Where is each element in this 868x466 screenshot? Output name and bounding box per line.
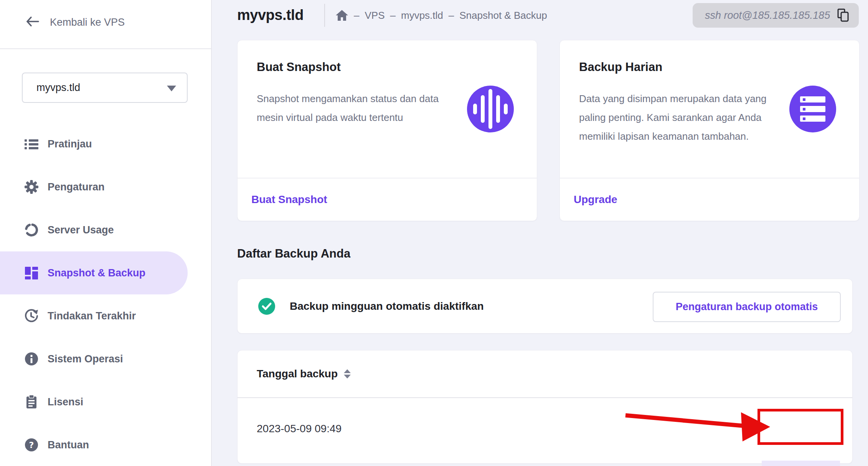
gear-icon <box>24 179 39 195</box>
sidebar-item-snapshot-backup[interactable]: Snapshot & Backup <box>0 251 188 294</box>
breadcrumb-item-snapshot-backup[interactable]: Snapshot & Backup <box>459 10 547 21</box>
create-snapshot-link[interactable]: Buat Snapshot <box>251 193 327 206</box>
vps-select-value: myvps.tld <box>36 82 80 94</box>
check-circle-icon <box>257 297 276 316</box>
sidebar-item-label: Pratinjau <box>48 138 92 150</box>
sidebar-item-label: Server Usage <box>48 224 114 236</box>
sound-wave-icon <box>467 86 514 132</box>
backup-date-value: 2023-05-09 09:49 <box>257 423 342 435</box>
snapshot-card-footer: Buat Snapshot <box>238 178 537 221</box>
copy-icon[interactable] <box>837 8 850 23</box>
sidebar-item-label: Snapshot & Backup <box>48 267 145 279</box>
backup-table-row: 2023-05-09 09:49 Pulihkan <box>238 398 852 464</box>
list-icon <box>24 136 39 152</box>
daily-backup-card-title: Backup Harian <box>579 60 662 74</box>
back-to-vps-link[interactable]: Kembali ke VPS <box>25 15 125 29</box>
info-icon <box>24 351 39 367</box>
snapshot-card: Buat Snapshot Snapshot mengamankan statu… <box>237 40 537 221</box>
history-icon <box>24 308 39 324</box>
arrow-left-icon <box>25 15 40 29</box>
top-cards-row: Buat Snapshot Snapshot mengamankan statu… <box>237 40 860 221</box>
sidebar-item-sistem-operasi[interactable]: Sistem Operasi <box>0 337 188 380</box>
backup-date-column-label: Tanggal backup <box>257 368 338 380</box>
grid-icon <box>24 265 39 281</box>
back-link-label: Kembali ke VPS <box>50 17 125 28</box>
sidebar-item-label: Bantuan <box>48 439 89 451</box>
help-icon: ? <box>24 437 39 453</box>
sidebar-item-pengaturan[interactable]: Pengaturan <box>0 165 188 208</box>
home-icon[interactable] <box>335 9 348 21</box>
server-stack-icon <box>789 86 836 132</box>
vps-snapshot-backup-page: Kembali ke VPS myvps.tld Pratinjau Penga… <box>0 0 868 466</box>
breadcrumb-item-vps[interactable]: VPS <box>365 10 384 21</box>
chevron-down-icon <box>167 86 176 91</box>
sidebar: Kembali ke VPS myvps.tld Pratinjau Penga… <box>0 0 212 466</box>
vps-select[interactable]: myvps.tld <box>22 73 188 103</box>
sidebar-divider <box>0 48 211 49</box>
backup-table-card: Tanggal backup 2023-05-09 09:49 Pulihkan <box>237 350 853 464</box>
sidebar-item-pratinjau[interactable]: Pratinjau <box>0 122 188 165</box>
sidebar-item-label: Sistem Operasi <box>48 353 123 365</box>
sidebar-item-bantuan[interactable]: ? Bantuan <box>0 423 188 466</box>
auto-backup-status-text: Backup mingguan otomatis diaktifkan <box>290 300 484 312</box>
daily-backup-card-footer: Upgrade <box>560 178 859 221</box>
clipboard-icon <box>24 394 39 410</box>
page-title: myvps.tld <box>237 7 304 23</box>
sidebar-item-server-usage[interactable]: Server Usage <box>0 208 188 251</box>
sidebar-item-label: Tindakan Terakhir <box>48 310 136 322</box>
header-divider <box>324 4 325 27</box>
daily-backup-card-description: Data yang disimpan merupakan data yang p… <box>579 89 767 146</box>
snapshot-card-description: Snapshot mengamankan status dan data mes… <box>257 89 445 127</box>
upgrade-link[interactable]: Upgrade <box>574 193 617 206</box>
auto-backup-settings-button[interactable]: Pengaturan backup otomatis <box>653 292 841 322</box>
breadcrumb-separator: – <box>449 10 454 21</box>
usage-donut-icon <box>24 222 39 238</box>
sidebar-item-lisensi[interactable]: Lisensi <box>0 380 188 423</box>
sort-icon <box>344 369 351 378</box>
restore-button[interactable]: Pulihkan <box>762 461 840 466</box>
sidebar-item-label: Lisensi <box>48 396 83 408</box>
backup-list-heading: Daftar Backup Anda <box>237 247 350 261</box>
breadcrumb-separator: – <box>390 10 396 21</box>
backup-table-sort-header[interactable]: Tanggal backup <box>238 350 852 398</box>
sidebar-item-label: Pengaturan <box>48 181 105 193</box>
breadcrumb-separator: – <box>354 10 359 21</box>
breadcrumb: – VPS – myvps.tld – Snapshot & Backup <box>335 0 547 31</box>
sidebar-nav: Pratinjau Pengaturan Server Usage Snapsh… <box>0 122 211 466</box>
auto-backup-status-card: Backup mingguan otomatis diaktifkan Peng… <box>237 279 853 334</box>
sidebar-item-tindakan-terakhir[interactable]: Tindakan Terakhir <box>0 294 188 337</box>
svg-text:?: ? <box>29 440 34 450</box>
ssh-command-text: ssh root@185.185.185.185 <box>705 10 837 21</box>
snapshot-card-title: Buat Snapshot <box>257 60 341 74</box>
breadcrumb-item-myvps[interactable]: myvps.tld <box>401 10 443 21</box>
ssh-command-pill[interactable]: ssh root@185.185.185.185 <box>693 3 859 28</box>
daily-backup-card: Backup Harian Data yang disimpan merupak… <box>559 40 860 221</box>
